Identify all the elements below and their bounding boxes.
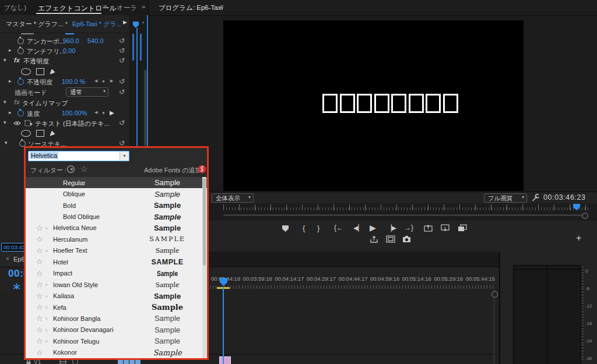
font-row[interactable]: ☆ › Herculanum SAMPLE	[26, 234, 207, 245]
timeline-scrollbar-knob[interactable]	[491, 291, 498, 298]
favorite-star-icon[interactable]: ☆	[36, 281, 45, 288]
reset-icon[interactable]: ↺	[119, 77, 125, 86]
program-timecode[interactable]: 00:03:46:23	[543, 193, 586, 202]
twirl-right-icon[interactable]: ▸	[9, 78, 12, 84]
go-to-in-icon[interactable]: {←	[334, 224, 343, 232]
favorite-star-icon[interactable]: ☆	[36, 292, 45, 300]
twirl-down-icon[interactable]: ▾	[5, 140, 8, 146]
close-icon[interactable]: ×	[6, 256, 9, 262]
ellipse-mask-icon[interactable]	[21, 130, 31, 137]
font-family-value[interactable]: Helvetica	[30, 152, 58, 159]
lift-icon[interactable]	[424, 224, 433, 232]
timeline-active-tab[interactable]: × Ep6-T	[0, 252, 24, 267]
font-row[interactable]: ☆ › Bold Oblique Sample	[26, 211, 207, 222]
font-row[interactable]: ☆ › Kokonor Sample	[26, 347, 207, 358]
zoom-level-select[interactable]: 全体表示 ▾	[212, 193, 254, 203]
settings-wrench-icon[interactable]	[531, 193, 539, 202]
panel-menu-icon[interactable]: ≡	[220, 3, 224, 10]
favorite-star-icon[interactable]: ☆	[36, 258, 45, 266]
font-row[interactable]: ☆ › Impact Sample	[26, 268, 207, 279]
pen-mask-icon[interactable]	[49, 129, 57, 137]
export-frame-icon[interactable]	[370, 235, 378, 243]
timeline-scrollbar[interactable]	[493, 289, 495, 364]
font-row[interactable]: ☆ › Kefa Sample	[26, 302, 207, 313]
font-row[interactable]: ☆ › Iowan Old Style Sample	[26, 279, 207, 290]
expand-chevron-icon[interactable]: ›	[45, 225, 53, 231]
program-scrollbar[interactable]	[223, 214, 583, 216]
favorite-star-icon[interactable]: ☆	[36, 303, 45, 311]
panel-menu-icon[interactable]: ≡	[103, 3, 107, 10]
step-forward-icon[interactable]: ▕▶	[387, 224, 396, 232]
reset-icon[interactable]: ↺	[119, 119, 125, 127]
mark-out-icon[interactable]: }	[317, 224, 319, 232]
graphic-clip[interactable]	[219, 356, 231, 364]
stopwatch-icon-active[interactable]	[17, 110, 24, 116]
favorite-star-icon[interactable]: ☆	[36, 270, 45, 277]
font-row[interactable]: ☆ › Kailasa Sample	[26, 290, 207, 301]
reset-icon[interactable]: ↺	[119, 88, 125, 96]
rect-mask-icon[interactable]	[36, 68, 44, 75]
expand-chevron-icon[interactable]: ›	[45, 304, 53, 310]
expand-chevron-icon[interactable]: ›	[45, 315, 53, 321]
font-row[interactable]: ☆ › Helvetica Neue Sample	[26, 222, 207, 234]
fx-badge-icon[interactable]: fx	[14, 56, 20, 63]
expand-chevron-icon[interactable]: ›	[45, 248, 53, 254]
font-row[interactable]: ☆ › Oblique Sample	[26, 188, 207, 199]
safe-margins-icon[interactable]	[386, 235, 395, 243]
playback-quality-select[interactable]: フル画質 ▾	[484, 193, 527, 203]
tab-program[interactable]: プログラム: Ep6-Taxi	[159, 3, 223, 12]
favorite-star-icon[interactable]: ☆	[36, 337, 45, 345]
fx-badge-icon[interactable]: fx	[14, 98, 20, 105]
reset-icon[interactable]: ↺	[119, 56, 125, 65]
font-list-scrollbar-thumb[interactable]	[203, 178, 206, 266]
stopwatch-icon[interactable]	[17, 48, 24, 54]
rect-mask-icon[interactable]	[36, 130, 44, 137]
next-keyframe-icon[interactable]: ▶	[110, 79, 113, 83]
anchor-y-value[interactable]: 540.0	[87, 37, 104, 44]
ellipse-mask-icon[interactable]	[21, 68, 31, 75]
camera-snapshot-icon[interactable]	[402, 235, 411, 243]
step-back-icon[interactable]: ◀▏	[353, 224, 363, 232]
sequence-clip-label[interactable]: Ep6-Taxi * グラ...	[72, 20, 122, 29]
font-list-scrollbar[interactable]	[202, 177, 206, 358]
anchor-x-value[interactable]: 960.0	[63, 37, 79, 44]
stopwatch-icon[interactable]	[17, 38, 24, 44]
eye-visibility-icon[interactable]	[13, 121, 21, 126]
blend-mode-dropdown[interactable]: 通常 ▾	[66, 87, 108, 97]
activated-fonts-filter-icon[interactable]	[66, 165, 75, 174]
pen-mask-icon[interactable]	[49, 68, 57, 75]
twirl-right-icon[interactable]: ▸	[9, 109, 12, 115]
prev-keyframe-icon[interactable]: ◀	[94, 79, 97, 83]
play-speed-icon[interactable]: ▶	[110, 109, 114, 116]
mini-playhead-handle[interactable]	[133, 22, 139, 28]
stopwatch-icon-active[interactable]	[17, 79, 24, 85]
tab-overflow-chevrons[interactable]: »	[142, 3, 145, 10]
comparison-view-icon[interactable]	[458, 224, 467, 232]
expand-chevron-icon[interactable]: ›	[45, 338, 53, 344]
font-row[interactable]: ☆ › Kohinoor Bangla Sample	[26, 313, 207, 324]
adobe-fonts-icon[interactable]	[198, 165, 206, 174]
reset-icon[interactable]: ↺	[119, 47, 125, 55]
favorite-star-icon[interactable]: ☆	[36, 349, 45, 356]
font-row[interactable]: ☆ › Bold Sample	[26, 200, 207, 211]
opacity-value[interactable]: 100.0 %	[62, 78, 85, 85]
favorite-star-icon[interactable]: ☆	[36, 247, 45, 255]
font-family-combobox[interactable]: Helvetica ▾	[28, 151, 129, 161]
mark-in-icon[interactable]: {	[303, 224, 305, 232]
combobox-chevron-icon[interactable]: ▾	[120, 151, 129, 161]
button-editor-plus[interactable]: +	[576, 233, 581, 243]
font-row[interactable]: ☆ › Hotel SAMPLE	[26, 256, 207, 267]
add-marker-plus-icon[interactable]: +	[142, 20, 145, 26]
reset-icon[interactable]: ↺	[119, 37, 125, 45]
twirl-down-icon[interactable]: ▾	[3, 57, 6, 63]
timeline-playhead-handle[interactable]	[220, 278, 227, 286]
expand-chevron-icon[interactable]: ›	[45, 327, 53, 333]
favorite-star-icon[interactable]: ☆	[36, 235, 45, 243]
speed-value[interactable]: 100.00%	[62, 109, 87, 116]
antiflicker-value[interactable]: 0.00	[63, 47, 75, 54]
twirl-down-icon[interactable]: ▾	[3, 99, 6, 105]
tab-clip-none[interactable]: プなし)	[3, 3, 26, 12]
favorite-star-icon[interactable]: ☆	[36, 326, 45, 334]
favorites-filter-star-icon[interactable]: ☆	[80, 164, 88, 174]
add-keyframe-icon[interactable]: ●	[102, 79, 105, 84]
